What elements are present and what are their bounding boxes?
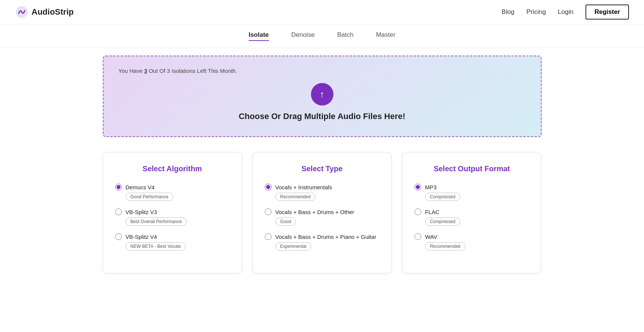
type-option-0-row: Vocals + Instrumentals (265, 184, 379, 190)
output-option-0: MP3 Compressed (414, 184, 529, 201)
output-radio-1[interactable] (414, 208, 421, 215)
register-button[interactable]: Register (585, 5, 629, 20)
algorithm-option-2-row: VB-Splitz V4 (115, 233, 230, 240)
notice-prefix: You Have (119, 68, 144, 74)
type-badge-1: Good (275, 217, 296, 226)
type-radio-0[interactable] (265, 184, 272, 190)
algorithm-label-0: Demucs V4 (126, 184, 155, 190)
sub-nav-master[interactable]: Master (376, 31, 395, 41)
type-option-0: Vocals + Instrumentals Recommended (265, 184, 379, 201)
logo[interactable]: AudioStrip (15, 5, 74, 19)
type-label-1: Vocals + Bass + Drums + Other (275, 209, 354, 215)
algorithm-radio-2[interactable] (115, 233, 122, 240)
type-option-1: Vocals + Bass + Drums + Other Good (265, 208, 379, 226)
pricing-link[interactable]: Pricing (526, 8, 546, 16)
output-option-1: FLAC Compressed (414, 208, 529, 226)
type-option-1-row: Vocals + Bass + Drums + Other (265, 208, 379, 215)
upload-area[interactable]: You Have 3 Out Of 3 Isolations Left This… (103, 56, 542, 137)
main-content: You Have 3 Out Of 3 Isolations Left This… (88, 48, 557, 288)
algorithm-option-0-row: Demucs V4 (115, 184, 230, 190)
blog-link[interactable]: Blog (501, 8, 514, 16)
algorithm-badge-0: Good Performance (126, 193, 173, 201)
type-label-2: Vocals + Bass + Drums + Piano + Guitar (275, 234, 376, 240)
sub-nav: Isolate Denoise Batch Master (0, 24, 644, 48)
notice-suffix: Out Of 3 Isolations Left This Month. (147, 68, 237, 74)
notice-count: 3 (144, 68, 147, 74)
output-radio-2[interactable] (414, 233, 421, 240)
algorithm-card-title: Select Algorithm (115, 164, 230, 173)
upload-button[interactable]: ↑ (311, 83, 333, 106)
output-radio-0[interactable] (414, 184, 421, 190)
sub-nav-batch[interactable]: Batch (337, 31, 353, 41)
output-label-0: MP3 (425, 184, 437, 190)
type-badge-2: Experimental (275, 242, 311, 251)
type-option-2: Vocals + Bass + Drums + Piano + Guitar E… (265, 233, 379, 251)
algorithm-card: Select Algorithm Demucs V4 Good Performa… (103, 152, 242, 273)
algorithm-badge-2: NEW BETA - Best Vocals (126, 242, 186, 251)
type-card: Select Type Vocals + Instrumentals Recom… (252, 152, 392, 273)
output-card-title: Select Output Format (414, 164, 529, 173)
algorithm-option-1-row: VB-Splitz V3 (115, 208, 230, 215)
algorithm-option-1: VB-Splitz V3 Best Overall Performance (115, 208, 230, 226)
output-label-2: WAV (425, 234, 437, 240)
algorithm-option-0: Demucs V4 Good Performance (115, 184, 230, 201)
upload-label: Choose Or Drag Multiple Audio Files Here… (239, 112, 405, 121)
logo-text: AudioStrip (32, 7, 74, 17)
type-card-title: Select Type (265, 164, 379, 173)
output-option-2: WAV Recommended (414, 233, 529, 251)
output-label-1: FLAC (425, 209, 439, 215)
output-badge-0: Compressed (425, 193, 460, 201)
output-badge-2: Recommended (425, 242, 465, 251)
output-option-1-row: FLAC (414, 208, 529, 215)
sub-nav-isolate[interactable]: Isolate (249, 31, 269, 41)
type-label-0: Vocals + Instrumentals (275, 184, 332, 190)
type-radio-1[interactable] (265, 208, 272, 215)
login-link[interactable]: Login (558, 8, 573, 16)
algorithm-radio-1[interactable] (115, 208, 122, 215)
output-card: Select Output Format MP3 Compressed FLAC… (402, 152, 541, 273)
type-badge-0: Recommended (275, 193, 315, 201)
type-radio-2[interactable] (265, 233, 272, 240)
cards-section: Select Algorithm Demucs V4 Good Performa… (103, 152, 542, 273)
upload-notice: You Have 3 Out Of 3 Isolations Left This… (119, 68, 526, 74)
algorithm-label-1: VB-Splitz V3 (126, 209, 157, 215)
algorithm-badge-1: Best Overall Performance (126, 217, 187, 226)
upload-arrow-icon: ↑ (320, 89, 324, 99)
output-option-0-row: MP3 (414, 184, 529, 190)
output-badge-1: Compressed (425, 217, 460, 226)
output-option-2-row: WAV (414, 233, 529, 240)
type-option-2-row: Vocals + Bass + Drums + Piano + Guitar (265, 233, 379, 240)
sub-nav-denoise[interactable]: Denoise (291, 31, 315, 41)
algorithm-radio-0[interactable] (115, 184, 122, 190)
upload-inner: ↑ Choose Or Drag Multiple Audio Files He… (119, 83, 526, 121)
algorithm-option-2: VB-Splitz V4 NEW BETA - Best Vocals (115, 233, 230, 251)
header: AudioStrip Blog Pricing Login Register (0, 0, 644, 24)
algorithm-label-2: VB-Splitz V4 (126, 234, 157, 240)
nav-right: Blog Pricing Login Register (501, 5, 629, 20)
logo-icon (15, 5, 29, 19)
